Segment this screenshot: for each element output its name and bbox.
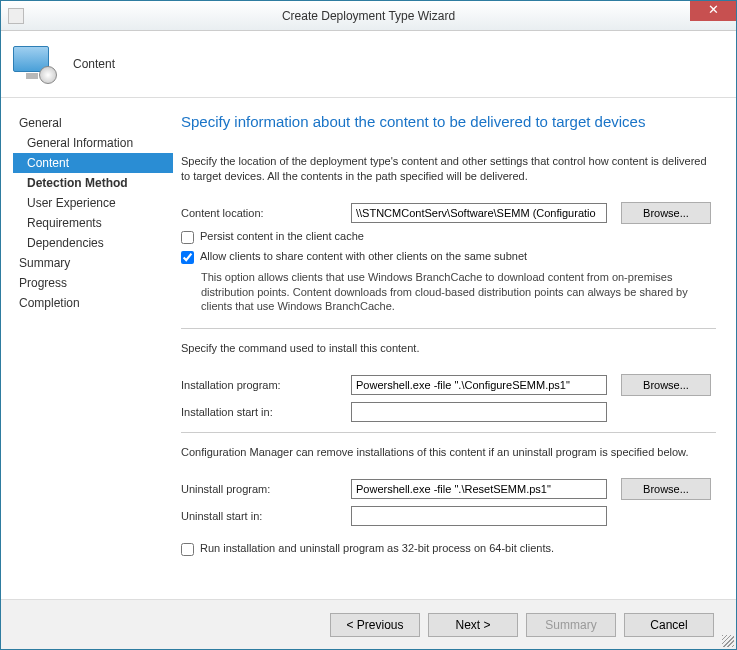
resize-grip[interactable] <box>722 635 734 647</box>
main-pane: Specify information about the content to… <box>173 99 736 599</box>
window-title: Create Deployment Type Wizard <box>282 9 455 23</box>
run-32bit-checkbox[interactable] <box>181 543 194 556</box>
uninstall-program-label: Uninstall program: <box>181 483 351 495</box>
wizard-window: Create Deployment Type Wizard ✕ Content … <box>0 0 737 650</box>
content-location-input[interactable] <box>351 203 607 223</box>
sidebar-item-completion[interactable]: Completion <box>13 293 173 313</box>
install-section-text: Specify the command used to install this… <box>181 341 716 356</box>
divider <box>181 432 716 433</box>
sidebar-item-general-information[interactable]: General Information <box>13 133 173 153</box>
persist-content-label[interactable]: Persist content in the client cache <box>200 230 364 242</box>
branchcache-hint: This option allows clients that use Wind… <box>201 270 716 315</box>
run-32bit-label[interactable]: Run installation and uninstall program a… <box>200 542 554 554</box>
install-start-input[interactable] <box>351 402 607 422</box>
window-icon <box>8 8 24 24</box>
sidebar-item-requirements[interactable]: Requirements <box>13 213 173 233</box>
sidebar-item-summary[interactable]: Summary <box>13 253 173 273</box>
sidebar-item-dependencies[interactable]: Dependencies <box>13 233 173 253</box>
sidebar-item-user-experience[interactable]: User Experience <box>13 193 173 213</box>
summary-button[interactable]: Summary <box>526 613 616 637</box>
page-description: Specify the location of the deployment t… <box>181 154 716 184</box>
sidebar-item-detection-method[interactable]: Detection Method <box>13 173 173 193</box>
content-location-browse-button[interactable]: Browse... <box>621 202 711 224</box>
allow-share-label[interactable]: Allow clients to share content with othe… <box>200 250 527 262</box>
uninstall-program-browse-button[interactable]: Browse... <box>621 478 711 500</box>
previous-button[interactable]: < Previous <box>330 613 420 637</box>
next-button[interactable]: Next > <box>428 613 518 637</box>
install-program-label: Installation program: <box>181 379 351 391</box>
uninstall-start-label: Uninstall start in: <box>181 510 351 522</box>
content-icon <box>11 44 59 84</box>
sidebar: GeneralGeneral InformationContentDetecti… <box>1 99 173 599</box>
titlebar[interactable]: Create Deployment Type Wizard ✕ <box>1 1 736 31</box>
wizard-body: GeneralGeneral InformationContentDetecti… <box>1 99 736 599</box>
sidebar-item-progress[interactable]: Progress <box>13 273 173 293</box>
close-button[interactable]: ✕ <box>690 1 736 21</box>
footer: < Previous Next > Summary Cancel <box>1 599 736 649</box>
divider <box>181 328 716 329</box>
page-heading: Specify information about the content to… <box>181 113 716 130</box>
step-title: Content <box>73 57 115 71</box>
sidebar-item-general[interactable]: General <box>13 113 173 133</box>
content-location-label: Content location: <box>181 207 351 219</box>
install-program-browse-button[interactable]: Browse... <box>621 374 711 396</box>
install-start-label: Installation start in: <box>181 406 351 418</box>
persist-content-checkbox[interactable] <box>181 231 194 244</box>
header-band: Content <box>1 31 736 98</box>
uninstall-program-input[interactable] <box>351 479 607 499</box>
cancel-button[interactable]: Cancel <box>624 613 714 637</box>
install-program-input[interactable] <box>351 375 607 395</box>
sidebar-item-content[interactable]: Content <box>13 153 173 173</box>
uninstall-section-text: Configuration Manager can remove install… <box>181 445 716 460</box>
uninstall-start-input[interactable] <box>351 506 607 526</box>
allow-share-checkbox[interactable] <box>181 251 194 264</box>
